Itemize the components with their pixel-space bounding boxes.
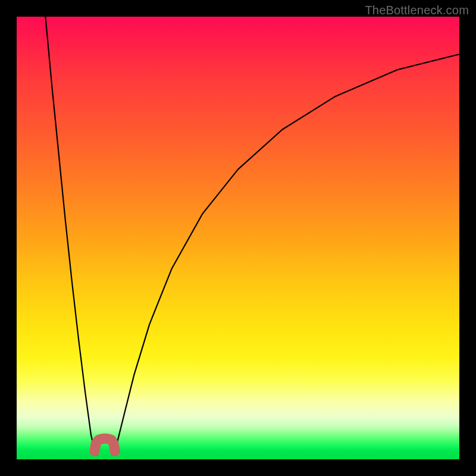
valley-marker xyxy=(95,439,115,452)
chart-overlay xyxy=(17,17,459,459)
curve-left-branch xyxy=(45,17,97,455)
watermark-text: TheBottleneck.com xyxy=(365,4,469,17)
valley-marker-path xyxy=(95,439,115,452)
curve-right-branch xyxy=(112,54,459,455)
bottleneck-curve xyxy=(45,17,459,455)
chart-frame: TheBottleneck.com xyxy=(0,0,476,476)
plot-area xyxy=(17,17,459,459)
